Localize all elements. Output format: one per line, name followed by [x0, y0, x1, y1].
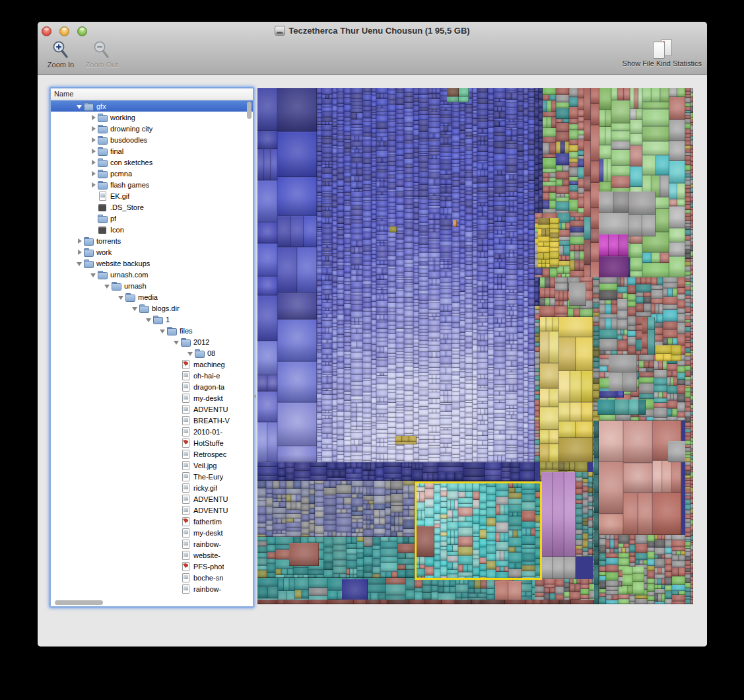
- tree-row[interactable]: my-deskt: [51, 392, 253, 403]
- tree-row[interactable]: Icon: [51, 224, 253, 235]
- tree-row[interactable]: ADVENTU: [51, 505, 253, 516]
- tree-row[interactable]: torrents: [51, 235, 253, 246]
- show-file-kind-statistics-button[interactable]: Show File Kind Statistics: [623, 39, 702, 67]
- tree-row-label: pf: [110, 215, 116, 223]
- tree-row[interactable]: flash games: [51, 179, 253, 190]
- tree-row[interactable]: final: [51, 145, 253, 157]
- disclosure-closed-icon[interactable]: [76, 248, 84, 256]
- twisty-spacer: [173, 563, 181, 571]
- disclosure-closed-icon[interactable]: [90, 158, 98, 166]
- treemap-canvas[interactable]: [257, 88, 693, 604]
- disclosure-open-icon[interactable]: [90, 271, 98, 279]
- zoom-in-icon: [51, 40, 70, 60]
- disclosure-open-icon[interactable]: [187, 349, 195, 357]
- disclosure-open-icon[interactable]: [118, 293, 125, 301]
- disclosure-closed-icon[interactable]: [90, 181, 98, 189]
- tree-row[interactable]: dragon-ta: [51, 381, 253, 392]
- tree-row[interactable]: rainbow-: [51, 538, 253, 549]
- tree-row[interactable]: urnash.com: [51, 269, 253, 280]
- tree-row[interactable]: media: [51, 291, 253, 302]
- tree-row[interactable]: work: [51, 246, 253, 258]
- tree-row-label: Veil.jpg: [193, 462, 217, 470]
- tree-row-label: boche-sn: [193, 574, 223, 582]
- tree-row-label: media: [138, 293, 158, 301]
- tree-row[interactable]: pcmna: [51, 168, 253, 179]
- tree-row-label: machineg: [193, 361, 225, 368]
- disclosure-closed-icon[interactable]: [90, 136, 98, 144]
- tree-row[interactable]: BREATH-V: [51, 415, 253, 426]
- tree-row[interactable]: ADVENTU: [51, 493, 253, 505]
- tree-row[interactable]: my-deskt: [51, 527, 253, 538]
- disclosure-open-icon[interactable]: [131, 304, 139, 312]
- disclosure-closed-icon[interactable]: [90, 170, 98, 178]
- image-file-icon: [181, 472, 191, 481]
- folder-icon: [98, 136, 108, 145]
- tree-row[interactable]: .DS_Store: [51, 201, 253, 213]
- vertical-scrollbar-thumb[interactable]: [247, 102, 252, 119]
- disclosure-open-icon[interactable]: [145, 316, 153, 324]
- disclosure-closed-icon[interactable]: [90, 114, 98, 122]
- tree-row[interactable]: urnash: [51, 280, 253, 291]
- tree-row[interactable]: files: [51, 325, 253, 336]
- disclosure-closed-icon[interactable]: [90, 147, 98, 155]
- tree-row[interactable]: The-Eury: [51, 471, 253, 482]
- horizontal-scrollbar-thumb[interactable]: [55, 600, 103, 605]
- folder-icon: [112, 282, 121, 291]
- tree-row[interactable]: con sketches: [51, 157, 253, 168]
- folder-icon: [84, 260, 94, 268]
- tree-row[interactable]: drowning city: [51, 123, 253, 134]
- window-titlebar[interactable]: Teczetherca Thur Uenu Chousun (1 95,5 GB…: [38, 22, 707, 75]
- twisty-spacer: [173, 428, 181, 436]
- disclosure-open-icon[interactable]: [76, 102, 84, 110]
- disclosure-open-icon[interactable]: [173, 338, 181, 346]
- twisty-spacer: [173, 462, 181, 470]
- tree-row[interactable]: PFS-phot: [51, 561, 253, 572]
- tree-row[interactable]: 08: [51, 347, 253, 359]
- tree-row[interactable]: oh-hai-e: [51, 370, 253, 381]
- tree-row-label: ADVENTU: [193, 507, 228, 514]
- tree-row[interactable]: 2012: [51, 336, 253, 347]
- tree-row[interactable]: pf: [51, 213, 253, 224]
- show-statistics-label: Show File Kind Statistics: [623, 59, 702, 67]
- tree-row[interactable]: fathertim: [51, 516, 253, 527]
- tree-row-label: files: [180, 327, 193, 335]
- twisty-spacer: [173, 529, 181, 537]
- tree-row-label: torrents: [96, 237, 121, 245]
- tree-row[interactable]: website backups: [51, 258, 253, 269]
- tree-row[interactable]: ADVENTU: [51, 403, 253, 415]
- tree-row[interactable]: boche-sn: [51, 572, 253, 583]
- tree-row-label: my-deskt: [193, 529, 223, 537]
- tree-row[interactable]: blogs.dir: [51, 302, 253, 314]
- disclosure-closed-icon[interactable]: [90, 125, 98, 133]
- tree-row[interactable]: HotStuffe: [51, 437, 253, 448]
- tree-row[interactable]: rainbow-: [51, 583, 253, 594]
- tree-row-label: ADVENTU: [193, 495, 228, 503]
- disclosure-closed-icon[interactable]: [76, 237, 84, 245]
- tree-row[interactable]: Retrospec: [51, 448, 253, 460]
- tree-row[interactable]: ricky.gif: [51, 482, 253, 493]
- tree-row[interactable]: gfx: [51, 100, 253, 112]
- twisty-spacer: [173, 439, 181, 447]
- zoom-in-button[interactable]: Zoom In: [44, 40, 78, 69]
- tree-row[interactable]: 2010-01-: [51, 426, 253, 437]
- disclosure-open-icon[interactable]: [104, 282, 112, 290]
- tree-row[interactable]: machineg: [51, 359, 253, 370]
- tree-row[interactable]: Veil.jpg: [51, 460, 253, 471]
- tree-body: gfxworkingdrowning citybusdoodlesfinalco…: [51, 100, 253, 599]
- tree-row[interactable]: working: [51, 112, 253, 123]
- twisty-spacer: [173, 372, 181, 380]
- twisty-spacer: [173, 417, 181, 425]
- disclosure-open-icon[interactable]: [76, 260, 84, 267]
- tree-row-label: ADVENTU: [193, 405, 228, 413]
- tree-row[interactable]: busdoodles: [51, 134, 253, 145]
- tree-row[interactable]: EK.gif: [51, 190, 253, 201]
- zoom-out-button[interactable]: Zoom Out: [85, 40, 119, 69]
- tree-column-header-name[interactable]: Name: [51, 88, 253, 100]
- tree-row-label: rainbow-: [193, 585, 221, 593]
- toolbar-right: Show File Kind Statistics: [623, 39, 702, 67]
- statistics-panels-icon: [650, 39, 674, 59]
- tree-row[interactable]: website-: [51, 549, 253, 561]
- file-tree-panel: Name gfxworkingdrowning citybusdoodlesfi…: [50, 88, 254, 607]
- tree-row[interactable]: 1: [51, 314, 253, 325]
- disclosure-open-icon[interactable]: [159, 327, 167, 335]
